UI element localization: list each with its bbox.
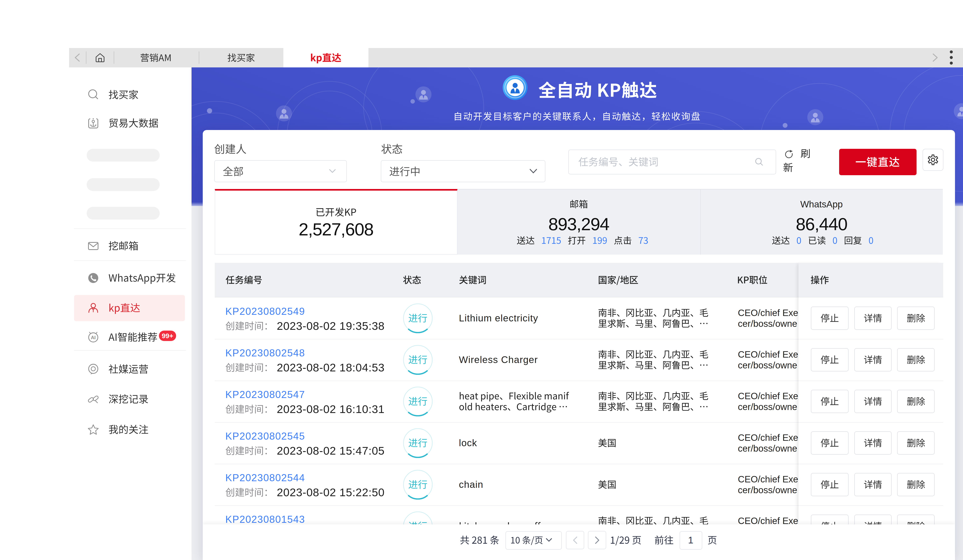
svg-text:AI: AI bbox=[91, 335, 96, 340]
